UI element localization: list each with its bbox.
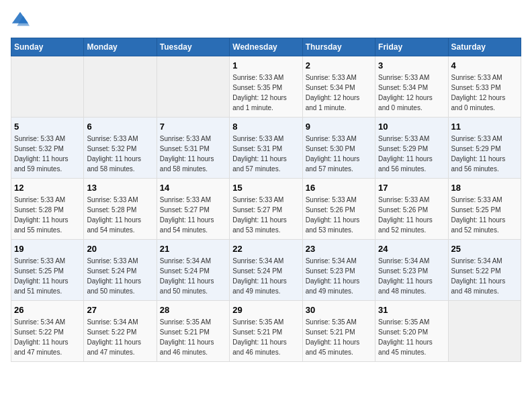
day-number: 7 <box>160 122 226 132</box>
day-info: Sunrise: 5:33 AM Sunset: 5:30 PM Dayligh… <box>306 134 372 174</box>
day-info: Sunrise: 5:33 AM Sunset: 5:28 PM Dayligh… <box>14 195 81 235</box>
calendar-cell: 6Sunrise: 5:33 AM Sunset: 5:32 PM Daylig… <box>84 118 157 179</box>
calendar-cell: 24Sunrise: 5:34 AM Sunset: 5:23 PM Dayli… <box>375 240 448 301</box>
calendar-cell: 21Sunrise: 5:34 AM Sunset: 5:24 PM Dayli… <box>157 240 229 301</box>
day-number: 5 <box>14 122 81 132</box>
day-info: Sunrise: 5:34 AM Sunset: 5:24 PM Dayligh… <box>160 256 226 296</box>
calendar-cell <box>448 301 521 362</box>
header-friday: Friday <box>375 38 448 56</box>
calendar-cell: 8Sunrise: 5:33 AM Sunset: 5:31 PM Daylig… <box>230 118 302 179</box>
day-info: Sunrise: 5:33 AM Sunset: 5:34 PM Dayligh… <box>306 73 372 113</box>
day-number: 20 <box>87 244 153 254</box>
day-info: Sunrise: 5:33 AM Sunset: 5:32 PM Dayligh… <box>14 134 81 174</box>
day-info: Sunrise: 5:34 AM Sunset: 5:23 PM Dayligh… <box>378 256 445 296</box>
page-header <box>11 11 521 30</box>
day-info: Sunrise: 5:34 AM Sunset: 5:24 PM Dayligh… <box>232 256 299 296</box>
day-number: 18 <box>451 183 518 193</box>
calendar-cell: 29Sunrise: 5:35 AM Sunset: 5:21 PM Dayli… <box>230 301 302 362</box>
day-info: Sunrise: 5:33 AM Sunset: 5:26 PM Dayligh… <box>378 195 445 235</box>
calendar-week-2: 5Sunrise: 5:33 AM Sunset: 5:32 PM Daylig… <box>11 118 521 179</box>
calendar-cell <box>157 56 229 118</box>
calendar-week-3: 12Sunrise: 5:33 AM Sunset: 5:28 PM Dayli… <box>11 179 521 240</box>
calendar-cell: 11Sunrise: 5:33 AM Sunset: 5:29 PM Dayli… <box>448 118 521 179</box>
day-number: 29 <box>232 305 299 315</box>
calendar-cell: 7Sunrise: 5:33 AM Sunset: 5:31 PM Daylig… <box>157 118 229 179</box>
calendar-header-row: SundayMondayTuesdayWednesdayThursdayFrid… <box>11 38 521 56</box>
calendar-cell: 4Sunrise: 5:33 AM Sunset: 5:33 PM Daylig… <box>448 56 521 118</box>
day-number: 28 <box>160 305 226 315</box>
calendar-cell: 16Sunrise: 5:33 AM Sunset: 5:26 PM Dayli… <box>302 179 375 240</box>
calendar-week-5: 26Sunrise: 5:34 AM Sunset: 5:22 PM Dayli… <box>11 301 521 362</box>
day-number: 9 <box>306 122 372 132</box>
day-info: Sunrise: 5:34 AM Sunset: 5:22 PM Dayligh… <box>14 317 81 357</box>
day-number: 24 <box>378 244 445 254</box>
day-info: Sunrise: 5:33 AM Sunset: 5:24 PM Dayligh… <box>87 256 153 296</box>
day-info: Sunrise: 5:34 AM Sunset: 5:22 PM Dayligh… <box>87 317 153 357</box>
day-number: 23 <box>306 244 372 254</box>
day-number: 6 <box>87 122 153 132</box>
day-info: Sunrise: 5:34 AM Sunset: 5:22 PM Dayligh… <box>451 256 518 296</box>
day-info: Sunrise: 5:35 AM Sunset: 5:21 PM Dayligh… <box>160 317 226 357</box>
day-number: 19 <box>14 244 81 254</box>
header-wednesday: Wednesday <box>230 38 302 56</box>
calendar-cell: 17Sunrise: 5:33 AM Sunset: 5:26 PM Dayli… <box>375 179 448 240</box>
day-info: Sunrise: 5:33 AM Sunset: 5:33 PM Dayligh… <box>451 73 518 113</box>
day-number: 11 <box>451 122 518 132</box>
day-info: Sunrise: 5:33 AM Sunset: 5:28 PM Dayligh… <box>87 195 153 235</box>
header-saturday: Saturday <box>448 38 521 56</box>
day-number: 25 <box>451 244 518 254</box>
header-thursday: Thursday <box>302 38 375 56</box>
day-info: Sunrise: 5:33 AM Sunset: 5:31 PM Dayligh… <box>160 134 226 174</box>
calendar-cell: 23Sunrise: 5:34 AM Sunset: 5:23 PM Dayli… <box>302 240 375 301</box>
calendar-cell: 15Sunrise: 5:33 AM Sunset: 5:27 PM Dayli… <box>230 179 302 240</box>
day-info: Sunrise: 5:33 AM Sunset: 5:25 PM Dayligh… <box>451 195 518 235</box>
day-number: 8 <box>232 122 299 132</box>
day-info: Sunrise: 5:33 AM Sunset: 5:27 PM Dayligh… <box>160 195 226 235</box>
day-number: 3 <box>378 60 445 71</box>
day-info: Sunrise: 5:33 AM Sunset: 5:34 PM Dayligh… <box>378 73 445 113</box>
calendar-cell: 18Sunrise: 5:33 AM Sunset: 5:25 PM Dayli… <box>448 179 521 240</box>
calendar-cell: 26Sunrise: 5:34 AM Sunset: 5:22 PM Dayli… <box>11 301 84 362</box>
day-info: Sunrise: 5:33 AM Sunset: 5:35 PM Dayligh… <box>232 73 299 113</box>
day-number: 2 <box>306 60 372 71</box>
calendar-cell: 30Sunrise: 5:35 AM Sunset: 5:21 PM Dayli… <box>302 301 375 362</box>
day-number: 31 <box>378 305 445 315</box>
calendar-cell: 9Sunrise: 5:33 AM Sunset: 5:30 PM Daylig… <box>302 118 375 179</box>
calendar-cell <box>84 56 157 118</box>
logo <box>11 11 32 30</box>
calendar-cell: 3Sunrise: 5:33 AM Sunset: 5:34 PM Daylig… <box>375 56 448 118</box>
day-info: Sunrise: 5:35 AM Sunset: 5:21 PM Dayligh… <box>306 317 372 357</box>
header-tuesday: Tuesday <box>157 38 229 56</box>
calendar-cell: 19Sunrise: 5:33 AM Sunset: 5:25 PM Dayli… <box>11 240 84 301</box>
day-number: 27 <box>87 305 153 315</box>
logo-icon <box>11 11 30 30</box>
calendar-cell: 31Sunrise: 5:35 AM Sunset: 5:20 PM Dayli… <box>375 301 448 362</box>
calendar-week-1: 1Sunrise: 5:33 AM Sunset: 5:35 PM Daylig… <box>11 56 521 118</box>
calendar-cell: 10Sunrise: 5:33 AM Sunset: 5:29 PM Dayli… <box>375 118 448 179</box>
calendar-cell: 13Sunrise: 5:33 AM Sunset: 5:28 PM Dayli… <box>84 179 157 240</box>
day-number: 21 <box>160 244 226 254</box>
calendar-cell: 12Sunrise: 5:33 AM Sunset: 5:28 PM Dayli… <box>11 179 84 240</box>
day-number: 10 <box>378 122 445 132</box>
calendar-week-4: 19Sunrise: 5:33 AM Sunset: 5:25 PM Dayli… <box>11 240 521 301</box>
day-info: Sunrise: 5:33 AM Sunset: 5:31 PM Dayligh… <box>232 134 299 174</box>
day-info: Sunrise: 5:33 AM Sunset: 5:26 PM Dayligh… <box>306 195 372 235</box>
day-info: Sunrise: 5:33 AM Sunset: 5:29 PM Dayligh… <box>451 134 518 174</box>
calendar-cell: 2Sunrise: 5:33 AM Sunset: 5:34 PM Daylig… <box>302 56 375 118</box>
day-info: Sunrise: 5:33 AM Sunset: 5:29 PM Dayligh… <box>378 134 445 174</box>
day-number: 4 <box>451 60 518 71</box>
day-number: 26 <box>14 305 81 315</box>
header-sunday: Sunday <box>11 38 84 56</box>
calendar-cell: 22Sunrise: 5:34 AM Sunset: 5:24 PM Dayli… <box>230 240 302 301</box>
day-number: 12 <box>14 183 81 193</box>
day-info: Sunrise: 5:35 AM Sunset: 5:20 PM Dayligh… <box>378 317 445 357</box>
day-number: 22 <box>232 244 299 254</box>
day-info: Sunrise: 5:33 AM Sunset: 5:25 PM Dayligh… <box>14 256 81 296</box>
calendar-cell: 25Sunrise: 5:34 AM Sunset: 5:22 PM Dayli… <box>448 240 521 301</box>
day-number: 14 <box>160 183 226 193</box>
day-info: Sunrise: 5:33 AM Sunset: 5:27 PM Dayligh… <box>232 195 299 235</box>
calendar-cell <box>11 56 84 118</box>
day-number: 16 <box>306 183 372 193</box>
calendar-cell: 28Sunrise: 5:35 AM Sunset: 5:21 PM Dayli… <box>157 301 229 362</box>
day-info: Sunrise: 5:35 AM Sunset: 5:21 PM Dayligh… <box>232 317 299 357</box>
